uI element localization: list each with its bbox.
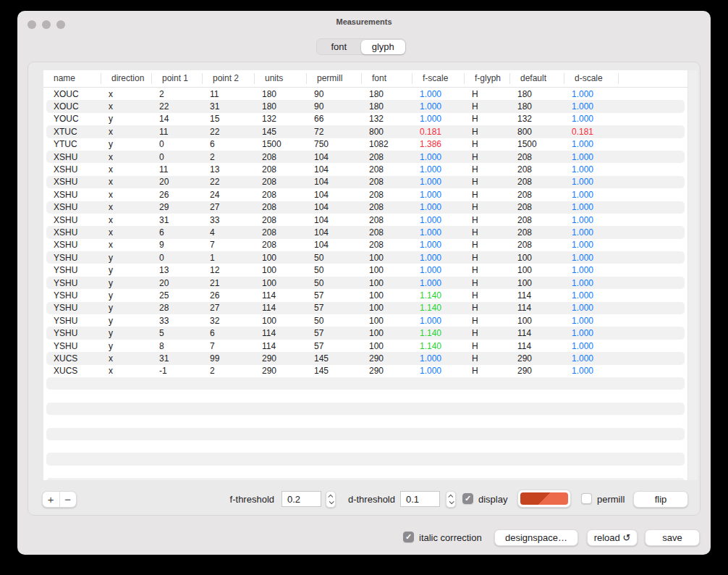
cell-d-scale: 1.000 [564,278,685,288]
display-checkbox[interactable]: ✓ [462,493,473,504]
cell-point 2: 2 [203,366,255,376]
cell-d-scale: 1.000 [564,353,685,364]
cell-f-glyph: H [465,278,510,288]
table-row[interactable]: XOUCx2231180901801.000H1801.000 [46,100,685,112]
table-row[interactable]: YSHUy2021100501001.000H1001.000 [46,277,685,289]
cell-point 2: 22 [203,177,255,187]
reload-button[interactable]: reload ↺ [587,529,638,546]
column-header-f-glyph[interactable]: f-glyph [465,73,510,84]
cell-default: 208 [510,177,564,187]
table-header-row: namedirectionpoint 1point 2unitspermillf… [43,70,687,88]
cell-permill: 104 [307,152,362,162]
table-row[interactable]: XUCSx-122901452901.000H2901.000 [46,365,685,377]
table-row[interactable]: XSHUx972081042081.000H2081.000 [46,239,685,251]
d-threshold-stepper[interactable] [446,491,456,508]
table-row[interactable]: XSHUx11132081042081.000H2081.000 [46,163,685,175]
cell-name: XSHU [46,227,101,238]
table-row[interactable]: XSHUx022081042081.000H2081.000 [46,151,685,163]
table-row[interactable]: XSHUx31332081042081.000H2081.000 [46,214,685,226]
cell-name: YTUC [46,139,101,149]
permill-checkbox[interactable]: ✓ [581,493,592,504]
cell-point 1: 22 [152,101,203,112]
column-header-d-scale[interactable]: d-scale [564,73,619,84]
table-body: XOUCx211180901801.000H1801.000XOUCx22311… [43,88,687,480]
table-row[interactable]: XUCSx31992901452901.000H2901.000 [46,352,685,364]
cell-units: 100 [255,316,307,326]
cell-default: 290 [510,353,564,364]
table-empty-row [46,478,685,480]
cell-point 2: 1 [203,253,255,263]
table-row[interactable]: YSHUy2827114571001.140H1141.000 [46,302,685,314]
add-row-button[interactable]: + [43,492,60,507]
cell-direction: y [101,290,152,301]
cell-direction: x [101,127,152,137]
table-row[interactable]: YSHUy2526114571001.140H1141.000 [46,289,685,301]
cell-font: 100 [362,316,412,326]
table-row[interactable]: XSHUx20222081042081.000H2081.000 [46,176,685,188]
column-header-spacer[interactable] [619,73,687,84]
cell-default: 100 [510,316,564,326]
table-empty-row [46,428,685,440]
tab-glyph[interactable]: glyph [361,40,405,54]
cell-font: 208 [362,164,412,175]
table-row[interactable]: XSHUx26242081042081.000H2081.000 [46,188,685,201]
table-row[interactable]: YTUCy06150075010821.386H15001.000 [46,138,685,151]
table-scrollbar[interactable] [687,70,698,480]
cell-f-scale: 1.000 [412,253,465,263]
cell-permill: 50 [307,316,362,326]
cell-permill: 145 [307,353,362,364]
column-header-f-scale[interactable]: f-scale [412,73,465,84]
cell-name: XTUC [46,127,101,137]
cell-f-scale: 1.000 [412,227,465,238]
column-header-default[interactable]: default [510,73,564,84]
table-row[interactable]: YSHUy56114571001.140H1141.000 [46,327,685,339]
column-header-units[interactable]: units [255,73,307,84]
table-row[interactable]: YOUCy1415132661321.000H1321.000 [46,113,685,125]
flip-button[interactable]: flip [633,491,688,508]
title-bar[interactable]: Measurements [17,11,711,38]
d-threshold-label: d-threshold [332,494,395,505]
cell-default: 208 [510,240,564,250]
f-threshold-input[interactable] [282,491,321,507]
column-header-permill[interactable]: permill [307,73,362,84]
table-row[interactable]: YSHUy01100501001.000H1001.000 [46,251,685,264]
column-header-point 1[interactable]: point 1 [152,73,203,84]
table-empty-row [46,440,685,453]
table-row[interactable]: XTUCx1122145728000.181H8000.181 [46,125,685,138]
d-threshold-input[interactable] [400,491,440,507]
tab-font[interactable]: font [317,39,361,54]
designspace-button[interactable]: designspace… [494,529,578,546]
cell-font: 208 [362,215,412,225]
column-header-name[interactable]: name [43,73,101,84]
table-row[interactable]: YSHUy87114571001.140H1141.000 [46,340,685,352]
cell-point 1: 9 [152,240,203,250]
column-header-direction[interactable]: direction [101,73,152,84]
table-row[interactable]: YSHUy3332100501001.000H1001.000 [46,314,685,327]
display-label: display [478,494,507,505]
cell-font: 100 [362,341,412,351]
cell-f-scale: 1.140 [412,290,465,301]
display-color-well[interactable] [517,490,571,508]
table-row[interactable]: XOUCx211180901801.000H1801.000 [46,88,685,100]
table-row[interactable]: XSHUx642081042081.000H2081.000 [46,226,685,238]
italic-correction-checkbox[interactable]: ✓ [403,532,414,542]
table-row[interactable]: YSHUy1312100501001.000H1001.000 [46,264,685,276]
save-button[interactable]: save [645,529,700,546]
cell-name: XSHU [46,215,101,225]
cell-units: 208 [255,240,307,250]
cell-name: YSHU [46,265,101,275]
cell-permill: 104 [307,177,362,187]
column-header-font[interactable]: font [362,73,412,84]
remove-row-button[interactable]: − [60,492,77,507]
cell-permill: 57 [307,341,362,351]
table-row[interactable]: XSHUx29272081042081.000H2081.000 [46,201,685,214]
cell-direction: y [101,265,152,275]
cell-name: XOUC [46,89,101,99]
cell-permill: 145 [307,366,362,376]
cell-f-glyph: H [465,190,510,200]
cell-units: 1500 [255,139,307,149]
italic-correction-label: italic correction [419,532,482,543]
cell-f-scale: 1.000 [412,190,465,200]
cell-units: 290 [255,366,307,376]
column-header-point 2[interactable]: point 2 [203,73,255,84]
